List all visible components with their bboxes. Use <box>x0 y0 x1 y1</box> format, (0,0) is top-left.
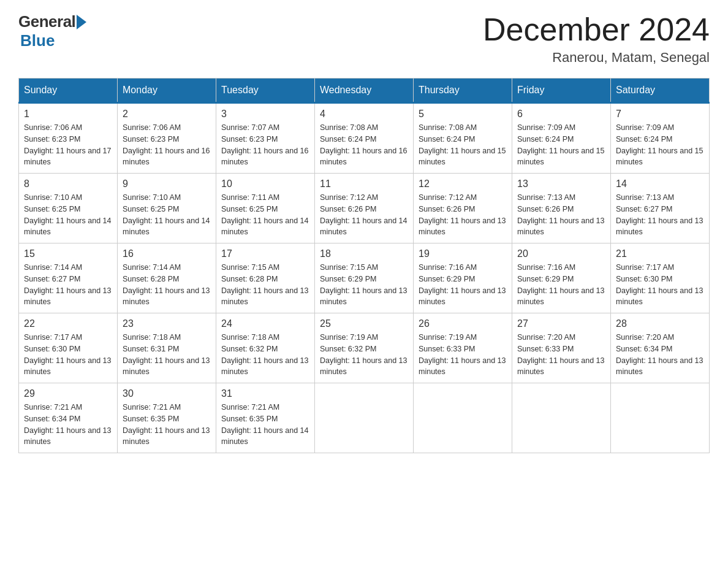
calendar-cell: 13 Sunrise: 7:13 AMSunset: 6:26 PMDaylig… <box>512 174 611 243</box>
day-info: Sunrise: 7:13 AMSunset: 6:26 PMDaylight:… <box>517 192 605 238</box>
logo-blue-text: Blue <box>20 31 55 50</box>
day-info: Sunrise: 7:19 AMSunset: 6:33 PMDaylight:… <box>419 332 507 378</box>
page-header: General Blue December 2024 Ranerou, Mata… <box>18 12 710 66</box>
calendar-cell: 29 Sunrise: 7:21 AMSunset: 6:34 PMDaylig… <box>19 383 118 453</box>
day-info: Sunrise: 7:07 AMSunset: 6:23 PMDaylight:… <box>221 122 309 168</box>
day-info: Sunrise: 7:09 AMSunset: 6:24 PMDaylight:… <box>517 122 605 168</box>
day-info: Sunrise: 7:15 AMSunset: 6:29 PMDaylight:… <box>320 262 408 308</box>
calendar-cell: 14 Sunrise: 7:13 AMSunset: 6:27 PMDaylig… <box>611 174 710 243</box>
location-subtitle: Ranerou, Matam, Senegal <box>483 50 710 66</box>
calendar-cell <box>315 383 414 453</box>
calendar-cell: 17 Sunrise: 7:15 AMSunset: 6:28 PMDaylig… <box>216 243 315 313</box>
day-info: Sunrise: 7:06 AMSunset: 6:23 PMDaylight:… <box>24 122 112 168</box>
day-info: Sunrise: 7:17 AMSunset: 6:30 PMDaylight:… <box>616 262 704 308</box>
day-number: 16 <box>123 248 211 259</box>
calendar-cell <box>512 383 611 453</box>
day-number: 31 <box>221 388 309 399</box>
day-number: 29 <box>24 388 112 399</box>
day-info: Sunrise: 7:15 AMSunset: 6:28 PMDaylight:… <box>221 262 309 308</box>
day-number: 22 <box>24 318 112 329</box>
day-info: Sunrise: 7:16 AMSunset: 6:29 PMDaylight:… <box>517 262 605 308</box>
calendar-cell: 3 Sunrise: 7:07 AMSunset: 6:23 PMDayligh… <box>216 103 315 174</box>
calendar-cell: 10 Sunrise: 7:11 AMSunset: 6:25 PMDaylig… <box>216 174 315 243</box>
calendar-cell: 4 Sunrise: 7:08 AMSunset: 6:24 PMDayligh… <box>315 103 414 174</box>
calendar-header-row: SundayMondayTuesdayWednesdayThursdayFrid… <box>19 79 710 103</box>
col-header-tuesday: Tuesday <box>216 79 315 103</box>
day-number: 15 <box>24 248 112 259</box>
day-number: 4 <box>320 109 408 120</box>
day-number: 1 <box>24 109 112 120</box>
col-header-friday: Friday <box>512 79 611 103</box>
day-info: Sunrise: 7:20 AMSunset: 6:33 PMDaylight:… <box>517 332 605 378</box>
calendar-week-2: 8 Sunrise: 7:10 AMSunset: 6:25 PMDayligh… <box>19 174 710 243</box>
day-number: 30 <box>123 388 211 399</box>
day-number: 21 <box>616 248 704 259</box>
day-info: Sunrise: 7:14 AMSunset: 6:27 PMDaylight:… <box>24 262 112 308</box>
col-header-saturday: Saturday <box>611 79 710 103</box>
day-info: Sunrise: 7:08 AMSunset: 6:24 PMDaylight:… <box>320 122 408 168</box>
day-info: Sunrise: 7:13 AMSunset: 6:27 PMDaylight:… <box>616 192 704 238</box>
day-number: 25 <box>320 318 408 329</box>
calendar-cell: 16 Sunrise: 7:14 AMSunset: 6:28 PMDaylig… <box>118 243 216 313</box>
day-number: 17 <box>221 248 309 259</box>
col-header-monday: Monday <box>118 79 216 103</box>
calendar-cell <box>611 383 710 453</box>
day-number: 7 <box>616 109 704 120</box>
day-info: Sunrise: 7:08 AMSunset: 6:24 PMDaylight:… <box>419 122 507 168</box>
col-header-sunday: Sunday <box>19 79 118 103</box>
title-section: December 2024 Ranerou, Matam, Senegal <box>483 12 710 66</box>
calendar-cell: 5 Sunrise: 7:08 AMSunset: 6:24 PMDayligh… <box>414 103 512 174</box>
day-info: Sunrise: 7:10 AMSunset: 6:25 PMDaylight:… <box>24 192 112 238</box>
day-number: 26 <box>419 318 507 329</box>
day-info: Sunrise: 7:21 AMSunset: 6:35 PMDaylight:… <box>123 402 211 448</box>
day-number: 2 <box>123 109 211 120</box>
logo-arrow-icon <box>77 15 86 29</box>
calendar-cell: 26 Sunrise: 7:19 AMSunset: 6:33 PMDaylig… <box>414 313 512 383</box>
calendar-cell: 2 Sunrise: 7:06 AMSunset: 6:23 PMDayligh… <box>118 103 216 174</box>
calendar-table: SundayMondayTuesdayWednesdayThursdayFrid… <box>18 78 710 453</box>
day-info: Sunrise: 7:12 AMSunset: 6:26 PMDaylight:… <box>419 192 507 238</box>
day-info: Sunrise: 7:10 AMSunset: 6:25 PMDaylight:… <box>123 192 211 238</box>
calendar-cell: 11 Sunrise: 7:12 AMSunset: 6:26 PMDaylig… <box>315 174 414 243</box>
day-info: Sunrise: 7:21 AMSunset: 6:34 PMDaylight:… <box>24 402 112 448</box>
calendar-cell: 7 Sunrise: 7:09 AMSunset: 6:24 PMDayligh… <box>611 103 710 174</box>
day-info: Sunrise: 7:09 AMSunset: 6:24 PMDaylight:… <box>616 122 704 168</box>
month-title: December 2024 <box>483 12 710 47</box>
day-info: Sunrise: 7:06 AMSunset: 6:23 PMDaylight:… <box>123 122 211 168</box>
day-info: Sunrise: 7:18 AMSunset: 6:31 PMDaylight:… <box>123 332 211 378</box>
calendar-week-5: 29 Sunrise: 7:21 AMSunset: 6:34 PMDaylig… <box>19 383 710 453</box>
day-number: 12 <box>419 178 507 190</box>
calendar-cell: 30 Sunrise: 7:21 AMSunset: 6:35 PMDaylig… <box>118 383 216 453</box>
calendar-cell: 19 Sunrise: 7:16 AMSunset: 6:29 PMDaylig… <box>414 243 512 313</box>
day-info: Sunrise: 7:12 AMSunset: 6:26 PMDaylight:… <box>320 192 408 238</box>
calendar-cell <box>414 383 512 453</box>
day-number: 13 <box>517 178 605 190</box>
day-number: 28 <box>616 318 704 329</box>
day-info: Sunrise: 7:17 AMSunset: 6:30 PMDaylight:… <box>24 332 112 378</box>
logo: General Blue <box>18 12 86 50</box>
day-info: Sunrise: 7:19 AMSunset: 6:32 PMDaylight:… <box>320 332 408 378</box>
calendar-cell: 31 Sunrise: 7:21 AMSunset: 6:35 PMDaylig… <box>216 383 315 453</box>
day-number: 18 <box>320 248 408 259</box>
day-info: Sunrise: 7:18 AMSunset: 6:32 PMDaylight:… <box>221 332 309 378</box>
calendar-cell: 6 Sunrise: 7:09 AMSunset: 6:24 PMDayligh… <box>512 103 611 174</box>
day-number: 23 <box>123 318 211 329</box>
day-number: 11 <box>320 178 408 190</box>
calendar-cell: 8 Sunrise: 7:10 AMSunset: 6:25 PMDayligh… <box>19 174 118 243</box>
calendar-cell: 25 Sunrise: 7:19 AMSunset: 6:32 PMDaylig… <box>315 313 414 383</box>
day-number: 24 <box>221 318 309 329</box>
day-info: Sunrise: 7:14 AMSunset: 6:28 PMDaylight:… <box>123 262 211 308</box>
day-number: 14 <box>616 178 704 190</box>
calendar-cell: 9 Sunrise: 7:10 AMSunset: 6:25 PMDayligh… <box>118 174 216 243</box>
day-number: 8 <box>24 178 112 190</box>
calendar-week-4: 22 Sunrise: 7:17 AMSunset: 6:30 PMDaylig… <box>19 313 710 383</box>
day-info: Sunrise: 7:16 AMSunset: 6:29 PMDaylight:… <box>419 262 507 308</box>
day-number: 27 <box>517 318 605 329</box>
calendar-cell: 28 Sunrise: 7:20 AMSunset: 6:34 PMDaylig… <box>611 313 710 383</box>
calendar-cell: 12 Sunrise: 7:12 AMSunset: 6:26 PMDaylig… <box>414 174 512 243</box>
day-info: Sunrise: 7:11 AMSunset: 6:25 PMDaylight:… <box>221 192 309 238</box>
day-number: 9 <box>123 178 211 190</box>
day-number: 19 <box>419 248 507 259</box>
calendar-cell: 20 Sunrise: 7:16 AMSunset: 6:29 PMDaylig… <box>512 243 611 313</box>
calendar-cell: 1 Sunrise: 7:06 AMSunset: 6:23 PMDayligh… <box>19 103 118 174</box>
